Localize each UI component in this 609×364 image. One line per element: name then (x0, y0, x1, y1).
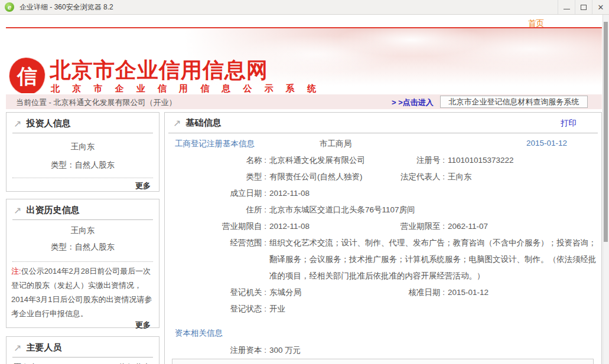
investor-type: 类型：自然人股东 (6, 160, 159, 170)
registration-heading-link[interactable]: 工商登记注册基本信息 (175, 139, 255, 149)
field-value: 北京科通文化发展有限公司 (269, 156, 365, 165)
field-label: 经营范围 : (172, 235, 266, 284)
scrollbar-thumb[interactable] (604, 22, 608, 242)
info-row-authority: 登记机关 :东城分局 核准日期 :2015-01-12 (172, 284, 601, 301)
site-title: 北京市企业信用信息网 (50, 56, 268, 85)
investor-panel-title: 投资人信息 (26, 118, 70, 129)
field-value: 2015-01-12 (448, 288, 488, 297)
browser-logo-glyph: e (8, 2, 11, 12)
breadcrumb: 当前位置 - 北京科通文化发展有限公司（开业） (16, 97, 177, 108)
field-value: 2012-11-08 (269, 189, 310, 198)
field-value: 东城分局 (269, 288, 301, 297)
site-header: 信 北京市企业信用信息网 北 京 市 企 业 信 用 信 息 公 示 系 统 (6, 28, 602, 93)
vertical-scrollbar (603, 15, 609, 364)
info-row-established: 成立日期 :2012-11-08 (172, 185, 601, 202)
field-label: 成立日期 : (172, 185, 266, 202)
history-investor-name: 王向东 (6, 225, 159, 236)
personnel-panel-header: ↗ 主要人员 (12, 337, 153, 358)
site-subtitle: 北 京 市 企 业 信 用 信 息 公 示 系 统 (51, 83, 321, 93)
field-label: 名称 : (172, 152, 266, 169)
investor-more-link[interactable]: 更多 (6, 178, 159, 191)
history-more-link[interactable]: 更多 (6, 320, 159, 330)
field-label: 登记机关 : (172, 284, 266, 301)
history-panel-title: 出资历史信息 (26, 205, 79, 216)
history-panel-header: ↗ 出资历史信息 (12, 199, 153, 220)
diagonal-arrow-icon: ↗ (173, 119, 181, 128)
print-link[interactable]: 打印 (561, 118, 577, 129)
field-value: 2062-11-07 (448, 222, 488, 231)
history-investor-type: 类型：自然人股东 (6, 242, 159, 252)
investor-panel-header: ↗ 投资人信息 (12, 113, 153, 133)
minimize-icon (564, 9, 570, 9)
capital-rows: 注册资本 :300 万元 (165, 342, 601, 359)
window-controls: ✕ (558, 0, 609, 14)
close-button[interactable]: ✕ (592, 0, 609, 14)
info-row-business-scope: 经营范围 :组织文化艺术交流；设计、制作、代理、发布广告；教育咨询（不含中介服务… (172, 235, 601, 284)
field-value: 组织文化艺术交流；设计、制作、代理、发布广告；教育咨询（不含中介服务）；投资咨询… (269, 235, 598, 284)
field-label: 法定代表人 : (390, 169, 445, 185)
field-value: 王向东 (448, 172, 472, 181)
field-value: 有限责任公司(自然人独资) (269, 172, 363, 181)
info-row-term: 营业期限自 :2012-11-08 营业期限至 :2062-11-07 (172, 218, 601, 235)
investor-info-panel: ↗ 投资人信息 王向东 类型：自然人股东 更多 (6, 112, 159, 192)
field-value: 110101015373222 (448, 156, 514, 165)
info-row-status: 登记状态 :开业 (172, 301, 601, 317)
page-content: 首页 信 北京市企业信用信息网 北 京 市 企 业 信 用 信 息 公 示 系 … (0, 15, 609, 364)
field-label: 注册号 : (390, 152, 445, 169)
window-title: 企业详细 - 360安全浏览器 8.2 (19, 2, 113, 12)
field-label: 注册资本 : (172, 342, 266, 359)
investor-name: 王向东 (6, 142, 159, 152)
history-note: 注:仅公示2014年2月28日前公司最后一次登记的股东（发起人）实缴出资情况，2… (6, 262, 159, 321)
note-text: 仅公示2014年2月28日前公司最后一次登记的股东（发起人）实缴出资情况，201… (11, 267, 152, 318)
browser-360-icon: e (5, 2, 14, 12)
diagonal-arrow-icon: ↗ (14, 119, 21, 129)
maximize-icon (581, 5, 587, 10)
maximize-button[interactable] (575, 0, 592, 14)
personnel-panel-title: 主要人员 (26, 342, 61, 353)
capital-heading-link[interactable]: 资本相关信息 (175, 328, 601, 339)
info-row-registered-capital: 注册资本 :300 万元 (172, 342, 601, 359)
basic-info-header: ↗ 基础信息 打印 (168, 113, 598, 133)
diagonal-arrow-icon: ↗ (14, 343, 21, 353)
basic-info-rows: 名称 :北京科通文化发展有限公司 注册号 :110101015373222 类型… (165, 152, 601, 317)
field-value: 2012-11-08 (269, 222, 310, 231)
registration-subheader: 工商登记注册基本信息 市工商局 2015-01-12 (165, 139, 601, 149)
basic-info-panel: ↗ 基础信息 打印 工商登记注册基本信息 市工商局 2015-01-12 名称 … (164, 112, 602, 364)
next-section-box (172, 359, 594, 364)
field-label: 营业期限至 : (390, 218, 445, 235)
field-label: 核准日期 : (390, 284, 445, 301)
field-label: 登记状态 : (172, 301, 266, 317)
field-label: 住所 : (172, 202, 266, 218)
browser-titlebar: e 企业详细 - 360安全浏览器 8.2 ✕ (0, 0, 609, 15)
field-value: 开业 (269, 304, 285, 313)
field-label: 营业期限自 : (172, 218, 266, 235)
personnel-row: 王向东 执行董事 (6, 358, 159, 364)
info-row-name: 名称 :北京科通文化发展有限公司 注册号 :110101015373222 (172, 152, 601, 169)
diagonal-arrow-icon: ↗ (14, 206, 21, 215)
bureau-label: 市工商局 (320, 139, 351, 149)
note-prefix: 注: (11, 267, 21, 276)
field-value: 北京市东城区交道口北头条76号1107房间 (269, 205, 415, 214)
registration-query-system-button[interactable]: 北京市企业登记信息材料查询服务系统 (440, 96, 588, 108)
minimize-button[interactable] (558, 0, 575, 14)
field-label: 类型 : (172, 169, 266, 185)
contribution-history-panel: ↗ 出资历史信息 王向东 类型：自然人股东 注:仅公示2014年2月28日前公司… (6, 199, 159, 328)
key-personnel-panel: ↗ 主要人员 王向东 执行董事 (6, 336, 159, 364)
registration-date: 2015-01-12 (526, 139, 567, 147)
field-value: 300 万元 (269, 346, 301, 355)
click-enter-link[interactable]: > >点击进入 (392, 97, 434, 108)
breadcrumb-bar: 当前位置 - 北京科通文化发展有限公司（开业） > >点击进入 北京市企业登记信… (6, 94, 602, 109)
info-row-address: 住所 :北京市东城区交道口北头条76号1107房间 (172, 202, 601, 218)
basic-info-title: 基础信息 (185, 117, 221, 129)
seal-character: 信 (17, 66, 37, 86)
info-row-type: 类型 :有限责任公司(自然人独资) 法定代表人 :王向东 (172, 169, 601, 185)
close-icon: ✕ (598, 4, 604, 11)
